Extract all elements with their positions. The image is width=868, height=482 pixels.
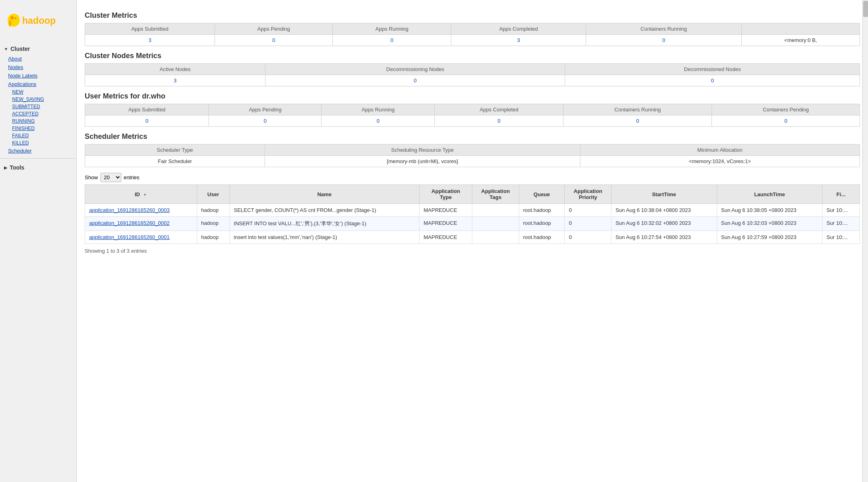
app-queue: root.hadoop [523, 220, 551, 226]
tools-section: ▶ Tools [0, 160, 76, 175]
col-decommissioning-nodes: Decommissioning Nodes [265, 64, 565, 75]
app-type: MAPREDUCE [424, 220, 457, 226]
table-row: application_1691286165260_0001hadoopinse… [85, 231, 860, 244]
col-header-user: User [197, 185, 230, 204]
svg-text:hadoop: hadoop [22, 15, 56, 26]
val-user-apps-pending: 0 [209, 115, 321, 127]
val-extra: <memory:0 B, [741, 35, 860, 46]
scheduler-metrics-title: Scheduler Metrics [85, 132, 860, 141]
sidebar-item-failed[interactable]: FAILED [0, 132, 76, 139]
app-name: insert into test values(1,'mm','nan') (S… [234, 234, 337, 240]
val-active-nodes: 3 [85, 75, 265, 86]
cluster-metrics-table: Apps Submitted Apps Pending Apps Running… [85, 23, 860, 46]
app-type: MAPREDUCE [424, 234, 457, 240]
col-header-id[interactable]: ID ▼ [85, 185, 197, 204]
tools-header[interactable]: ▶ Tools [0, 162, 76, 173]
sidebar-item-submitted[interactable]: SUBMITTED [0, 103, 76, 110]
cluster-arrow-icon: ▼ [4, 47, 8, 51]
scrollbar-track[interactable] [862, 0, 868, 482]
col-scheduling-resource-type: Scheduling Resource Type [265, 145, 580, 156]
col-header-queue: Queue [519, 185, 565, 204]
app-finish: Sur 10:... [826, 220, 848, 226]
sidebar-item-running[interactable]: RUNNING [0, 117, 76, 125]
col-apps-pending: Apps Pending [215, 23, 332, 35]
sidebar: hadoop ▼ Cluster About Nodes Node Labels… [0, 0, 77, 482]
cluster-header[interactable]: ▼ Cluster [0, 43, 76, 54]
cluster-nodes-metrics-table: Active Nodes Decommissioning Nodes Decom… [85, 63, 860, 86]
cluster-metrics-title: Cluster Metrics [85, 11, 860, 20]
col-header-name: Name [230, 185, 419, 204]
sidebar-item-nodes[interactable]: Nodes [0, 63, 76, 71]
cluster-section: ▼ Cluster About Nodes Node Labels Applic… [0, 42, 76, 157]
app-name: INSERT INTO test VALU...红','男'),(3,'李华',… [234, 220, 366, 226]
applications-table: ID ▼ User Name ApplicationType Applicati… [85, 184, 860, 244]
val-apps-submitted: 3 [85, 35, 215, 46]
val-user-apps-running: 0 [321, 115, 435, 127]
app-start-time: Sun Aug 6 10:27:54 +0800 2023 [616, 234, 691, 240]
app-start-time: Sun Aug 6 10:38:04 +0800 2023 [616, 207, 691, 213]
col-header-launch-time: LaunchTime [717, 185, 822, 204]
col-header-app-type: ApplicationType [419, 185, 472, 204]
val-user-apps-completed: 0 [435, 115, 563, 127]
sidebar-item-new-saving[interactable]: NEW_SAVING [0, 96, 76, 103]
id-sort-icon: ▼ [143, 193, 147, 197]
val-containers-running: 0 [586, 35, 742, 46]
app-id-link[interactable]: application_1691286165260_0003 [89, 207, 170, 213]
cluster-label: Cluster [10, 46, 30, 52]
sidebar-item-about[interactable]: About [0, 54, 76, 63]
sidebar-item-killed[interactable]: KILLED [0, 139, 76, 147]
col-apps-submitted: Apps Submitted [85, 23, 215, 35]
col-header-start-time: StartTime [611, 185, 717, 204]
sidebar-item-node-labels[interactable]: Node Labels [0, 71, 76, 80]
app-user: hadoop [201, 234, 219, 240]
sidebar-item-accepted[interactable]: ACCEPTED [0, 110, 76, 117]
val-apps-completed: 3 [451, 35, 586, 46]
footer-showing-text: Showing 1 to 3 of 3 entries [85, 248, 860, 254]
app-launch-time: Sun Aug 6 10:27:59 +0800 2023 [721, 234, 797, 240]
scrollbar-thumb[interactable] [863, 1, 868, 17]
hadoop-logo: hadoop [6, 8, 71, 32]
col-header-app-tags: ApplicationTags [472, 185, 519, 204]
col-header-finish: Fi... [822, 185, 860, 204]
svg-point-4 [14, 15, 19, 18]
app-queue: root.hadoop [523, 207, 551, 213]
app-id-link[interactable]: application_1691286165260_0001 [89, 234, 170, 240]
app-priority: 0 [569, 220, 572, 226]
sidebar-item-new[interactable]: NEW [0, 88, 76, 96]
svg-point-6 [15, 18, 16, 19]
app-id-link[interactable]: application_1691286165260_0002 [89, 220, 170, 226]
col-active-nodes: Active Nodes [85, 64, 265, 75]
app-name: SELECT gender, COUNT(*) AS cnt FROM...ge… [234, 207, 376, 213]
table-row: application_1691286165260_0003hadoopSELE… [85, 204, 860, 217]
col-user-apps-completed: Apps Completed [435, 104, 563, 115]
main-content: Cluster Metrics Apps Submitted Apps Pend… [77, 0, 868, 482]
show-entries-bar: Show 10 20 25 50 100 entries [85, 173, 860, 182]
val-decommissioned-nodes: 0 [565, 75, 860, 86]
app-start-time: Sun Aug 6 10:32:02 +0800 2023 [616, 220, 691, 226]
col-user-apps-running: Apps Running [321, 104, 435, 115]
col-user-apps-pending: Apps Pending [209, 104, 321, 115]
show-label: Show [85, 174, 98, 180]
app-launch-time: Sun Aug 6 10:32:03 +0800 2023 [721, 220, 797, 226]
app-finish: Sur 10:... [826, 207, 848, 213]
val-scheduling-resource-type: [memory-mb (unit=Mi), vcores] [265, 156, 580, 167]
app-queue: root.hadoop [523, 234, 551, 240]
col-scheduler-type: Scheduler Type [85, 145, 265, 156]
sidebar-item-finished[interactable]: FINISHED [0, 125, 76, 132]
val-apps-running: 0 [333, 35, 451, 46]
user-metrics-table: Apps Submitted Apps Pending Apps Running… [85, 104, 860, 127]
app-type: MAPREDUCE [424, 207, 457, 213]
col-minimum-allocation: Minimum Allocation [580, 145, 860, 156]
col-user-apps-submitted: Apps Submitted [85, 104, 209, 115]
svg-point-2 [9, 21, 11, 26]
col-user-containers-pending: Containers Pending [712, 104, 860, 115]
cluster-nodes-metrics-title: Cluster Nodes Metrics [85, 52, 860, 60]
tools-arrow-icon: ▶ [4, 166, 7, 170]
col-header-app-priority: ApplicationPriority [565, 185, 611, 204]
app-user: hadoop [201, 220, 219, 226]
sidebar-item-scheduler[interactable]: Scheduler [0, 147, 76, 155]
entries-select[interactable]: 10 20 25 50 100 [100, 173, 121, 182]
val-minimum-allocation: <memory:1024, vCores:1> [580, 156, 860, 167]
val-user-containers-running: 0 [563, 115, 712, 127]
sidebar-item-applications[interactable]: Applications [0, 80, 76, 88]
